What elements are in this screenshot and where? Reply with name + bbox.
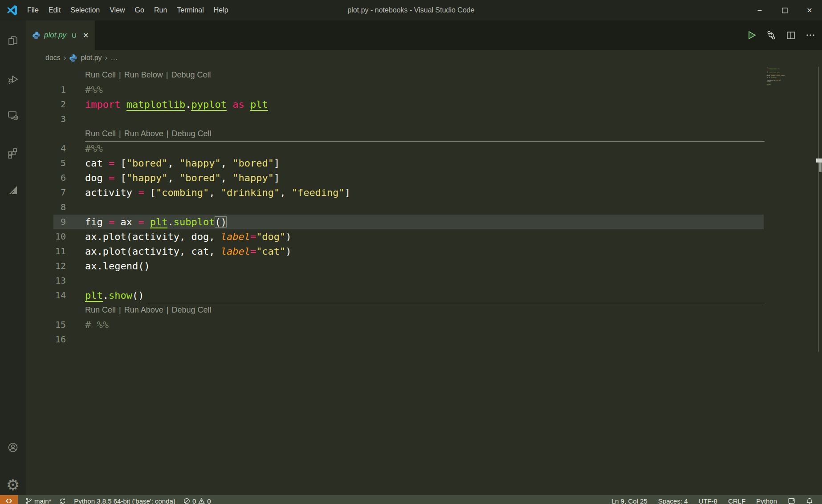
- remote-explorer-icon[interactable]: [0, 102, 26, 128]
- maximize-button[interactable]: [772, 0, 797, 20]
- menu-file[interactable]: File: [22, 0, 44, 20]
- breadcrumb-item[interactable]: docs: [45, 54, 61, 62]
- menu-run[interactable]: Run: [149, 0, 172, 20]
- line-number: 7: [26, 185, 66, 200]
- codelens-link[interactable]: Run Cell: [85, 303, 116, 317]
- bell-icon: [806, 497, 813, 504]
- indentation[interactable]: Spaces: 4: [653, 495, 693, 504]
- codelens-row: Run Cell|Run Above|Debug Cell: [26, 126, 822, 141]
- code-line[interactable]: 15# %%: [26, 317, 822, 332]
- codelens-link[interactable]: Debug Cell: [171, 126, 211, 141]
- encoding[interactable]: UTF-8: [693, 495, 723, 504]
- vscode-window: { "window": { "title": "plot.py - notebo…: [0, 0, 822, 504]
- status-text: Ln 9, Col 25: [611, 497, 647, 504]
- code-line[interactable]: 3: [26, 112, 822, 126]
- menu-help[interactable]: Help: [209, 0, 233, 20]
- feedback[interactable]: [782, 495, 801, 504]
- menu-terminal[interactable]: Terminal: [172, 0, 208, 20]
- codelens-separator: |: [116, 68, 124, 82]
- code-text: #%%: [85, 141, 103, 156]
- menu-view[interactable]: View: [105, 0, 130, 20]
- code-line[interactable]: 16: [26, 332, 822, 347]
- custom-extension-icon[interactable]: [0, 177, 26, 203]
- code-line[interactable]: 10ax.plot(activity, dog, label="dog"): [26, 229, 822, 244]
- more-actions-button-icon[interactable]: [805, 30, 816, 41]
- code-text: plt.show(): [85, 288, 144, 303]
- remote-indicator[interactable]: [0, 495, 18, 504]
- minimap[interactable]: #%%import matplotlib.pyplot as plt#%%cat…: [767, 67, 822, 104]
- main-area: ⚙ plot.py U ✕ docs›plot.py›… Run Cell|Ru…: [0, 20, 822, 504]
- accounts-icon[interactable]: [0, 435, 26, 460]
- problems[interactable]: 00: [179, 495, 215, 504]
- sync-icon: [59, 498, 66, 504]
- run-python-file-button-icon[interactable]: [746, 30, 757, 41]
- code-line[interactable]: 11ax.plot(activity, cat, label="cat"): [26, 244, 822, 259]
- code-line[interactable]: 8: [26, 200, 822, 215]
- tab-plot-py[interactable]: plot.py U ✕: [26, 20, 95, 50]
- code-text: activity = ["combing", "drinking", "feed…: [85, 185, 350, 200]
- line-number: 2: [26, 97, 66, 112]
- code-text: #%%: [85, 82, 103, 97]
- code-line[interactable]: 5cat = ["bored", "happy", "bored"]: [26, 156, 822, 171]
- codelens-link[interactable]: Run Below: [124, 68, 163, 82]
- codelens-separator: |: [116, 303, 124, 317]
- menu-selection[interactable]: Selection: [65, 0, 105, 20]
- code-line[interactable]: 7activity = ["combing", "drinking", "fee…: [26, 185, 822, 200]
- code-text: import matplotlib.pyplot as plt: [85, 97, 268, 112]
- python-file-icon: [32, 31, 41, 40]
- line-number: 4: [26, 141, 66, 156]
- open-changes-button-icon[interactable]: [766, 30, 777, 41]
- code-line[interactable]: 6dog = ["happy", "bored", "happy"]: [26, 171, 822, 185]
- split-editor-button-icon[interactable]: [785, 30, 796, 41]
- activity-bar: ⚙: [0, 20, 26, 504]
- status-text: CRLF: [728, 497, 745, 504]
- code-line[interactable]: 4#%%: [26, 141, 822, 156]
- codelens-row: Run Cell|Run Above|Debug Cell: [26, 303, 822, 317]
- extensions-icon[interactable]: [0, 140, 26, 166]
- codelens-separator: |: [163, 303, 172, 317]
- code-line[interactable]: 2import matplotlib.pyplot as plt: [26, 97, 822, 112]
- minimap-line: [767, 86, 822, 88]
- cursor-position[interactable]: Ln 9, Col 25: [606, 495, 653, 504]
- close-button[interactable]: ✕: [797, 0, 822, 20]
- notifications[interactable]: [801, 495, 818, 504]
- codelens-link[interactable]: Run Cell: [85, 68, 116, 82]
- codelens-link[interactable]: Run Above: [124, 303, 163, 317]
- warning-icon: [198, 498, 205, 504]
- feedback-icon: [788, 497, 795, 504]
- line-number: 9: [26, 215, 66, 229]
- status-text: 0: [192, 497, 196, 504]
- scrollbar-handle[interactable]: [819, 163, 822, 172]
- code-line[interactable]: 9fig = ax = plt.subplot(): [26, 215, 822, 229]
- explorer-icon[interactable]: [0, 28, 26, 53]
- codelens-link[interactable]: Debug Cell: [171, 303, 211, 317]
- codelens-link[interactable]: Debug Cell: [171, 68, 211, 82]
- codelens-link[interactable]: Run Above: [124, 126, 163, 141]
- menu-edit[interactable]: Edit: [44, 0, 66, 20]
- scrollbar-marker[interactable]: [816, 159, 822, 163]
- code-line[interactable]: 14plt.show(): [26, 288, 822, 303]
- language-mode[interactable]: Python: [751, 495, 782, 504]
- line-number: 5: [26, 156, 66, 171]
- line-number: 11: [26, 244, 66, 259]
- codelens-separator: |: [163, 126, 172, 141]
- code-line[interactable]: 13: [26, 273, 822, 288]
- settings-gear-icon[interactable]: ⚙: [0, 472, 26, 498]
- breadcrumb-item[interactable]: plot.py: [81, 54, 102, 62]
- git-branch[interactable]: main*: [21, 495, 55, 504]
- code-editor[interactable]: Run Cell|Run Below|Debug Cell1#%%2import…: [26, 66, 822, 504]
- minimize-button[interactable]: –: [747, 0, 772, 20]
- status-text: Python 3.8.5 64-bit ('base': conda): [74, 497, 175, 504]
- sync-button[interactable]: [55, 495, 70, 504]
- code-line[interactable]: 1#%%: [26, 82, 822, 97]
- codelens-link[interactable]: Run Cell: [85, 126, 116, 141]
- git-untracked-badge: U: [72, 32, 77, 39]
- line-number: 3: [26, 112, 66, 126]
- python-interpreter[interactable]: Python 3.8.5 64-bit ('base': conda): [70, 495, 179, 504]
- code-line[interactable]: 12ax.legend(): [26, 259, 822, 273]
- breadcrumb-item[interactable]: …: [110, 54, 118, 62]
- tab-close-icon[interactable]: ✕: [83, 31, 89, 40]
- end-of-line[interactable]: CRLF: [723, 495, 751, 504]
- menu-go[interactable]: Go: [130, 0, 149, 20]
- run-and-debug-icon[interactable]: [0, 65, 26, 91]
